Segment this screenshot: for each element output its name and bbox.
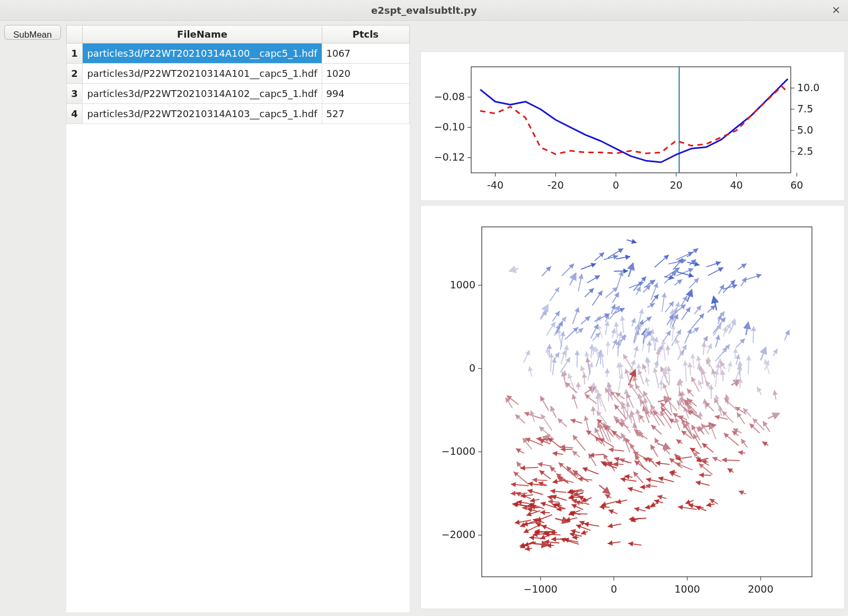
submean-button[interactable]: SubMean xyxy=(4,25,61,40)
svg-line-45 xyxy=(687,290,691,302)
svg-text:1000: 1000 xyxy=(449,279,475,291)
quiver-plot-panel[interactable]: −1000010002000−2000−100001000 xyxy=(420,205,845,609)
svg-text:1000: 1000 xyxy=(674,583,700,595)
svg-text:7.5: 7.5 xyxy=(797,103,813,115)
svg-text:0: 0 xyxy=(611,583,617,595)
svg-line-62 xyxy=(509,269,518,271)
line-plot[interactable]: -40-200204060−0.08−0.10−0.122.55.07.510.… xyxy=(421,52,828,200)
file-table[interactable]: FileName Ptcls 1particles3d/P22WT2021031… xyxy=(66,25,410,124)
row-index: 4 xyxy=(66,104,83,124)
workspace: SubMean FileName Ptcls 1particles3d/P22W… xyxy=(0,21,848,616)
row-filename[interactable]: particles3d/P22WT20210314A101__capc5_1.h… xyxy=(83,64,322,84)
svg-text:−1000: −1000 xyxy=(441,445,475,457)
table-empty-area xyxy=(66,124,410,612)
table-row[interactable]: 1particles3d/P22WT20210314A100__capc5_1.… xyxy=(66,43,409,64)
window-title: e2spt_evalsubtlt.py xyxy=(371,5,476,16)
row-index: 2 xyxy=(66,64,83,84)
row-index: 1 xyxy=(66,43,83,64)
table-row[interactable]: 2particles3d/P22WT20210314A101__capc5_1.… xyxy=(66,64,409,84)
svg-text:2.5: 2.5 xyxy=(797,145,813,157)
svg-text:0: 0 xyxy=(469,362,475,374)
row-ptcls: 1020 xyxy=(322,64,409,84)
row-index: 3 xyxy=(66,84,83,104)
col-header-filename[interactable]: FileName xyxy=(83,25,322,43)
svg-text:0: 0 xyxy=(613,179,619,191)
svg-text:40: 40 xyxy=(730,179,743,191)
table-row[interactable]: 4particles3d/P22WT20210314A103__capc5_1.… xyxy=(66,104,409,124)
svg-text:−0.08: −0.08 xyxy=(434,91,465,102)
row-filename[interactable]: particles3d/P22WT20210314A102__capc5_1.h… xyxy=(83,84,322,104)
row-filename[interactable]: particles3d/P22WT20210314A103__capc5_1.h… xyxy=(83,104,322,124)
svg-line-56 xyxy=(629,263,633,277)
row-ptcls: 527 xyxy=(322,104,409,124)
col-header-index[interactable] xyxy=(66,25,83,43)
quiver-plot[interactable]: −1000010002000−2000−100001000 xyxy=(421,206,828,609)
svg-text:20: 20 xyxy=(670,179,683,191)
svg-text:−1000: −1000 xyxy=(523,583,557,595)
line-plot-panel[interactable]: -40-200204060−0.08−0.10−0.122.55.07.510.… xyxy=(420,51,845,201)
svg-text:-40: -40 xyxy=(487,179,504,191)
svg-line-61 xyxy=(768,413,779,418)
col-header-ptcls[interactable]: Ptcls xyxy=(322,25,409,43)
svg-text:60: 60 xyxy=(790,179,803,191)
titlebar: e2spt_evalsubtlt.py × xyxy=(0,0,848,21)
table-row[interactable]: 3particles3d/P22WT20210314A102__capc5_1.… xyxy=(66,84,409,104)
svg-text:10.0: 10.0 xyxy=(797,82,819,93)
file-table-container: FileName Ptcls 1particles3d/P22WT2021031… xyxy=(66,25,410,612)
left-column: SubMean FileName Ptcls 1particles3d/P22W… xyxy=(4,25,410,612)
row-ptcls: 994 xyxy=(322,84,409,104)
svg-line-47 xyxy=(746,323,748,336)
svg-text:−0.12: −0.12 xyxy=(434,151,465,163)
svg-line-55 xyxy=(570,274,576,285)
svg-line-63 xyxy=(533,543,548,545)
right-column: -40-200204060−0.08−0.10−0.122.55.07.510.… xyxy=(410,25,847,612)
row-filename[interactable]: particles3d/P22WT20210314A100__capc5_1.h… xyxy=(83,43,322,64)
svg-text:5.0: 5.0 xyxy=(797,124,813,136)
svg-line-57 xyxy=(585,387,596,394)
svg-text:−0.10: −0.10 xyxy=(434,121,465,133)
svg-text:-20: -20 xyxy=(547,179,564,191)
row-ptcls: 1067 xyxy=(322,43,409,64)
svg-line-51 xyxy=(599,485,609,494)
svg-line-60 xyxy=(761,348,766,360)
close-icon[interactable]: × xyxy=(832,4,841,15)
svg-text:2000: 2000 xyxy=(748,583,773,595)
svg-text:−2000: −2000 xyxy=(441,529,475,540)
